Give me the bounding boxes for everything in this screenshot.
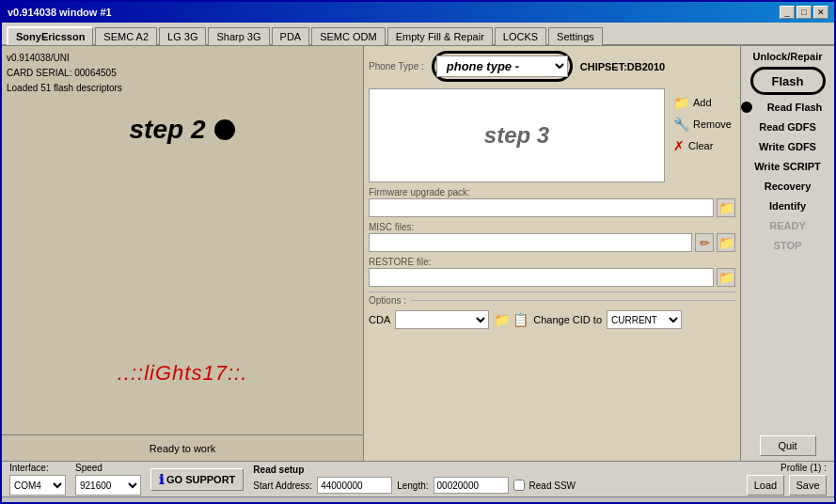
profile-section: Profile (1) : Load Save xyxy=(747,463,827,496)
window-title: v0.914038 window #1 xyxy=(8,7,112,18)
misc-row: MISC files: ✏ 📁 xyxy=(369,222,735,252)
tab-empty-fill-repair[interactable]: Empty Fill & Repair xyxy=(387,27,493,45)
length-input[interactable] xyxy=(434,477,509,494)
go-support-icon: ℹ xyxy=(159,472,164,487)
tab-lg-3g[interactable]: LG 3G xyxy=(159,27,206,45)
load-button[interactable]: Load xyxy=(747,475,784,496)
options-label: Options : xyxy=(369,295,406,306)
remove-button[interactable]: 🔧 Remove xyxy=(670,115,735,134)
firmware-controls: 📁 xyxy=(369,198,735,217)
misc-input[interactable] xyxy=(369,233,692,252)
add-button[interactable]: 📁 Add xyxy=(670,93,735,112)
unlock-label: Unlock/Repair xyxy=(753,51,823,62)
remove-label: Remove xyxy=(693,118,732,130)
start-address-input[interactable] xyxy=(317,477,392,494)
step2-area: step 2 xyxy=(7,115,358,145)
flash-buttons: 📁 Add 🔧 Remove ✗ Clear xyxy=(670,88,735,182)
cid-select[interactable]: CURRENT xyxy=(607,310,682,329)
close-button[interactable]: ✕ xyxy=(813,6,828,19)
phone-type-label: Phone Type : xyxy=(369,61,424,71)
firmware-label: Firmware upgrade pack: xyxy=(369,187,735,197)
firmware-input[interactable] xyxy=(369,198,714,217)
info-line2: CARD SERIAL: 00064505 xyxy=(7,66,358,81)
tab-semc-odm[interactable]: SEMC ODM xyxy=(311,27,386,45)
interface-select[interactable]: COM4 xyxy=(9,475,66,496)
sidebar-right: Unlock/Repair Flash Read Flash Read GDFS… xyxy=(740,46,834,461)
read-setup-section: Read setup Start Address: Length: Read S… xyxy=(253,465,737,494)
interface-label: Interface: xyxy=(9,463,66,473)
save-button[interactable]: Save xyxy=(789,475,827,496)
go-support-label: GO SUPPORT xyxy=(166,474,235,485)
step2-dot xyxy=(214,119,235,140)
ready-label: Ready to work xyxy=(150,443,215,454)
tab-semc-a2[interactable]: SEMC A2 xyxy=(95,27,157,45)
ready-button[interactable]: READY xyxy=(748,218,828,233)
remove-icon: 🔧 xyxy=(673,117,689,132)
clear-button[interactable]: ✗ Clear xyxy=(670,136,735,155)
chipset-label: CHIPSET:DB2010 xyxy=(580,61,665,72)
cda-green-icon[interactable]: 📋 xyxy=(513,312,528,327)
firmware-folder-button[interactable]: 📁 xyxy=(717,198,735,217)
add-label: Add xyxy=(693,97,712,108)
speed-select[interactable]: 921600 xyxy=(75,475,141,496)
phone-type-row: Phone Type : phone type - CHIPSET:DB2010 xyxy=(369,51,735,82)
tab-sharp-3g[interactable]: Sharp 3G xyxy=(208,27,269,45)
restore-input[interactable] xyxy=(369,268,714,287)
minimize-button[interactable]: _ xyxy=(780,6,795,19)
cda-label: CDA xyxy=(369,314,390,325)
bottom-bar: Interface: COM4 Speed 921600 ℹ GO SUPPOR… xyxy=(2,461,834,496)
read-setup-label: Read setup xyxy=(253,465,737,475)
profile-label: Profile (1) : xyxy=(781,463,827,473)
tab-sonyericsson[interactable]: SonyEricsson xyxy=(7,26,93,45)
tab-bar: SonyEricsson SEMC A2 LG 3G Sharp 3G PDA … xyxy=(2,23,834,46)
restore-row: RESTORE file: 📁 xyxy=(369,257,735,287)
lights-text: ..::liGhts17::. xyxy=(2,361,363,386)
write-gdfs-button[interactable]: Write GDFS xyxy=(748,139,828,154)
phone-type-select[interactable]: phone type - xyxy=(436,55,568,77)
folder-add-icon: 📁 xyxy=(673,95,689,110)
go-support-button[interactable]: ℹ GO SUPPORT xyxy=(150,468,244,491)
read-flash-row: Read Flash xyxy=(741,100,835,115)
maximize-button[interactable]: □ xyxy=(797,6,812,19)
read-gdfs-button[interactable]: Read GDFS xyxy=(748,119,828,134)
ready-bar: Ready to work xyxy=(2,434,363,461)
read-ssw-label: Read SSW xyxy=(529,480,576,491)
tab-pda[interactable]: PDA xyxy=(272,27,310,45)
firmware-row: Firmware upgrade pack: 📁 xyxy=(369,187,735,217)
read-setup-row: Start Address: Length: Read SSW xyxy=(253,477,737,494)
misc-folder-button[interactable]: 📁 xyxy=(717,233,735,252)
stop-button[interactable]: STOP xyxy=(748,238,828,253)
length-label: Length: xyxy=(397,480,428,491)
flash-row: Flash xyxy=(750,67,826,95)
info-line3: Loaded 51 flash descriptors xyxy=(7,81,358,96)
restore-controls: 📁 xyxy=(369,268,735,287)
recovery-button[interactable]: Recovery xyxy=(748,179,828,194)
phone-type-select-wrapper: phone type - xyxy=(432,51,573,82)
step2-label: step 2 xyxy=(130,115,206,145)
misc-controls: ✏ 📁 xyxy=(369,233,735,252)
write-script-button[interactable]: Write SCRIPT xyxy=(748,159,828,174)
tab-settings[interactable]: Settings xyxy=(548,27,603,45)
identify-button[interactable]: Identify xyxy=(748,198,828,213)
cda-row: CDA 📁 📋 Change CID to CURRENT xyxy=(369,310,735,329)
restore-folder-button[interactable]: 📁 xyxy=(717,268,735,287)
cda-folder-icon[interactable]: 📁 xyxy=(494,312,510,327)
window-content: SonyEricsson SEMC A2 LG 3G Sharp 3G PDA … xyxy=(2,23,834,502)
read-flash-button[interactable]: Read Flash xyxy=(755,100,835,115)
clear-icon: ✗ xyxy=(673,138,685,153)
tab-locks[interactable]: LOCKS xyxy=(495,27,546,45)
quit-button[interactable]: Quit xyxy=(760,435,816,456)
restore-label: RESTORE file: xyxy=(369,257,735,267)
flash-label: Flash xyxy=(772,74,804,88)
right-panel: Phone Type : phone type - CHIPSET:DB2010… xyxy=(364,46,740,461)
misc-label: MISC files: xyxy=(369,222,735,232)
cda-select[interactable] xyxy=(395,310,489,329)
window: v0.914038 window #1 _ □ ✕ SonyEricsson S… xyxy=(0,0,836,504)
flash-list-box: step 3 xyxy=(369,88,665,182)
flash-button[interactable]: Flash xyxy=(750,67,826,95)
title-bar-buttons: _ □ ✕ xyxy=(780,6,828,19)
left-panel-info: v0.914038/UNI CARD SERIAL: 00064505 Load… xyxy=(7,51,358,96)
options-row: Options : xyxy=(369,291,735,306)
misc-edit-button[interactable]: ✏ xyxy=(695,233,714,252)
read-ssw-checkbox[interactable] xyxy=(513,480,525,491)
